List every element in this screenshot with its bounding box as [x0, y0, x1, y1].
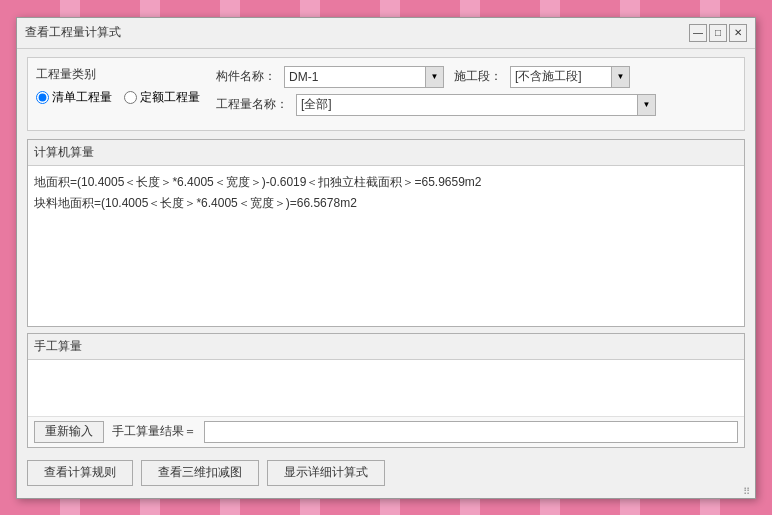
radio-list-quantity[interactable]: 清单工程量 — [36, 89, 112, 106]
calc-line-1: 地面积=(10.4005＜长度＞*6.4005＜宽度＞)-0.6019＜扣独立柱… — [34, 172, 738, 194]
radio-group: 清单工程量 定额工程量 — [36, 89, 200, 106]
quantity-type-group: 工程量类别 清单工程量 定额工程量 — [36, 66, 200, 106]
quantity-name-label: 工程量名称： — [216, 96, 288, 113]
stage-select[interactable]: [不含施工段] ▼ — [510, 66, 630, 88]
calc-section-title: 计算机算量 — [28, 140, 744, 166]
quantity-name-select[interactable]: [全部] ▼ — [296, 94, 656, 116]
title-bar: 查看工程量计算式 — □ ✕ — [17, 18, 755, 49]
radio-list-input[interactable] — [36, 91, 49, 104]
bottom-buttons: 查看计算规则 查看三维扣减图 显示详细计算式 — [27, 456, 745, 490]
top-section: 工程量类别 清单工程量 定额工程量 — [27, 57, 745, 131]
manual-textarea[interactable] — [32, 364, 740, 409]
component-label: 构件名称： — [216, 68, 276, 85]
quantity-name-dropdown-arrow[interactable]: ▼ — [637, 95, 655, 115]
form-fields: 构件名称： DM-1 ▼ 施工段： [不含施工段] ▼ 工程量名称： — [216, 66, 736, 122]
maximize-button[interactable]: □ — [709, 24, 727, 42]
reset-button[interactable]: 重新输入 — [34, 421, 104, 443]
stage-dropdown-arrow[interactable]: ▼ — [611, 67, 629, 87]
stage-label: 施工段： — [452, 68, 502, 85]
component-row: 构件名称： DM-1 ▼ 施工段： [不含施工段] ▼ — [216, 66, 736, 88]
stage-value: [不含施工段] — [511, 68, 611, 85]
component-dropdown-arrow[interactable]: ▼ — [425, 67, 443, 87]
manual-result-row: 重新输入 手工算量结果＝ — [28, 416, 744, 447]
show-detail-button[interactable]: 显示详细计算式 — [267, 460, 385, 486]
quantity-name-value: [全部] — [297, 96, 637, 113]
calc-section: 计算机算量 地面积=(10.4005＜长度＞*6.4005＜宽度＞)-0.601… — [27, 139, 745, 327]
calc-rules-button[interactable]: 查看计算规则 — [27, 460, 133, 486]
main-dialog: 查看工程量计算式 — □ ✕ 工程量类别 清单工程量 — [16, 17, 756, 499]
view-3d-button[interactable]: 查看三维扣减图 — [141, 460, 259, 486]
manual-section: 手工算量 重新输入 手工算量结果＝ — [27, 333, 745, 448]
quantity-type-label: 工程量类别 — [36, 66, 200, 83]
radio-quota-label: 定额工程量 — [140, 89, 200, 106]
manual-section-title: 手工算量 — [28, 334, 744, 360]
window-controls: — □ ✕ — [689, 24, 747, 42]
minimize-button[interactable]: — — [689, 24, 707, 42]
resize-handle[interactable]: ⠿ — [743, 486, 753, 496]
close-button[interactable]: ✕ — [729, 24, 747, 42]
manual-input-area[interactable] — [28, 360, 744, 416]
result-label: 手工算量结果＝ — [112, 423, 196, 440]
dialog-content: 工程量类别 清单工程量 定额工程量 — [17, 49, 755, 498]
component-value: DM-1 — [285, 70, 425, 84]
radio-quota-quantity[interactable]: 定额工程量 — [124, 89, 200, 106]
calc-area: 地面积=(10.4005＜长度＞*6.4005＜宽度＞)-0.6019＜扣独立柱… — [28, 166, 744, 326]
radio-list-label: 清单工程量 — [52, 89, 112, 106]
result-input[interactable] — [204, 421, 738, 443]
component-select[interactable]: DM-1 ▼ — [284, 66, 444, 88]
calc-line-2: 块料地面积=(10.4005＜长度＞*6.4005＜宽度＞)=66.5678m2 — [34, 193, 738, 215]
radio-quota-input[interactable] — [124, 91, 137, 104]
dialog-title: 查看工程量计算式 — [25, 24, 121, 41]
quantity-name-row: 工程量名称： [全部] ▼ — [216, 94, 736, 116]
